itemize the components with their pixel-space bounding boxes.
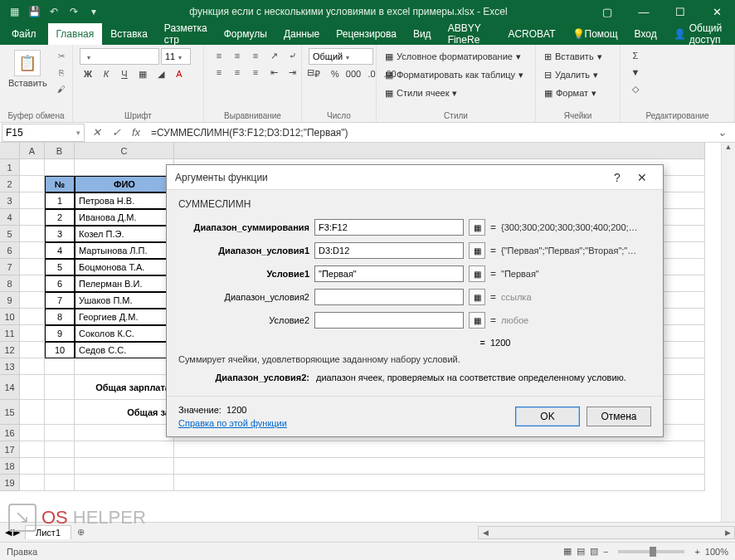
select-all-corner[interactable] bbox=[0, 143, 20, 159]
align-left-icon[interactable]: ≡ bbox=[211, 65, 227, 80]
cell-b5[interactable]: 3 bbox=[45, 226, 75, 242]
view-normal-icon[interactable]: ▦ bbox=[563, 546, 572, 557]
align-bottom-icon[interactable]: ≡ bbox=[247, 48, 264, 63]
tab-insert[interactable]: Вставка bbox=[102, 23, 156, 45]
cut-icon[interactable]: ✂ bbox=[54, 48, 69, 63]
row-header[interactable]: 14 bbox=[0, 375, 20, 400]
tab-view[interactable]: Вид bbox=[405, 23, 440, 45]
font-color-button[interactable]: A bbox=[171, 66, 187, 81]
share-button[interactable]: 👤Общий доступ bbox=[665, 23, 735, 45]
add-sheet-icon[interactable]: ⊕ bbox=[71, 527, 90, 538]
arg-input-sum-range[interactable] bbox=[314, 219, 464, 236]
cell-c7[interactable]: Боцмонова Т.А. bbox=[75, 259, 174, 275]
close-icon[interactable]: ✕ bbox=[698, 0, 735, 23]
row-header[interactable]: 12 bbox=[0, 342, 20, 358]
cell-c8[interactable]: Пелерман В.И. bbox=[75, 275, 174, 292]
redo-icon[interactable]: ↷ bbox=[65, 2, 83, 21]
zoom-slider[interactable] bbox=[618, 550, 684, 553]
scroll-left-icon[interactable]: ◀ bbox=[479, 528, 492, 537]
zoom-in-icon[interactable]: + bbox=[694, 547, 699, 557]
row-header[interactable]: 10 bbox=[0, 309, 20, 325]
save-icon[interactable]: 💾 bbox=[25, 2, 43, 21]
clear-icon[interactable]: ◇ bbox=[627, 81, 644, 96]
cell-c9[interactable]: Ушаков П.М. bbox=[75, 292, 174, 309]
formula-input[interactable] bbox=[146, 124, 712, 142]
cell-c14[interactable]: Общая зарплата bbox=[75, 375, 174, 400]
ribbon-options-icon[interactable]: ▢ bbox=[589, 0, 625, 23]
format-cells-button[interactable]: ▦ Формат ▾ bbox=[543, 85, 598, 101]
tab-home[interactable]: Главная bbox=[48, 23, 103, 45]
horizontal-scrollbar[interactable]: ◀ ▶ bbox=[478, 526, 735, 539]
cell-c3[interactable]: Петрова Н.В. bbox=[75, 192, 174, 209]
cell-b10[interactable]: 8 bbox=[45, 309, 75, 325]
cell-b6[interactable]: 4 bbox=[45, 242, 75, 259]
scroll-up-icon[interactable]: ▲ bbox=[722, 143, 735, 156]
insert-cells-button[interactable]: ⊞ Вставить ▾ bbox=[543, 48, 604, 65]
fill-icon[interactable]: ▼ bbox=[627, 65, 644, 80]
function-help-link[interactable]: Справка по этой функции bbox=[178, 418, 287, 428]
sheet-nav-prev-icon[interactable]: ◀ bbox=[5, 527, 12, 538]
cell-b4[interactable]: 2 bbox=[45, 209, 75, 226]
cell-c12[interactable]: Седов С.С. bbox=[75, 342, 174, 358]
range-select-icon[interactable]: ▦ bbox=[469, 265, 485, 282]
cell-c15[interactable]: Общая за bbox=[75, 400, 174, 425]
row-header[interactable]: 3 bbox=[0, 192, 20, 209]
number-format-combo[interactable]: Общий bbox=[309, 48, 373, 65]
range-select-icon[interactable]: ▦ bbox=[469, 219, 485, 236]
cell-c6[interactable]: Мартынова Л.П. bbox=[75, 242, 174, 259]
cancel-formula-icon[interactable]: ✕ bbox=[86, 124, 106, 142]
tab-review[interactable]: Рецензирова bbox=[328, 23, 405, 45]
name-box[interactable]: F15▾ bbox=[2, 124, 85, 142]
cell-b7[interactable]: 5 bbox=[45, 259, 75, 275]
tell-me[interactable]: 💡 Помощ bbox=[564, 23, 626, 45]
cell-c5[interactable]: Козел П.Э. bbox=[75, 226, 174, 242]
vertical-scrollbar[interactable]: ▲ bbox=[721, 143, 735, 522]
format-as-table-button[interactable]: ▦ Форматировать как таблицу ▾ bbox=[383, 66, 525, 83]
tab-formulas[interactable]: Формулы bbox=[216, 23, 275, 45]
row-header[interactable]: 18 bbox=[0, 458, 20, 475]
col-header-b[interactable]: B bbox=[45, 143, 75, 159]
range-select-icon[interactable]: ▦ bbox=[469, 289, 485, 305]
percent-icon[interactable]: % bbox=[327, 66, 343, 81]
cancel-button[interactable]: Отмена bbox=[587, 407, 651, 426]
expand-formula-icon[interactable]: ⌄ bbox=[712, 124, 732, 142]
row-header[interactable]: 6 bbox=[0, 242, 20, 259]
row-header[interactable]: 16 bbox=[0, 425, 20, 441]
align-top-icon[interactable]: ≡ bbox=[211, 48, 227, 63]
arg-input-criteria2[interactable] bbox=[314, 312, 464, 329]
col-header-rest[interactable] bbox=[174, 143, 705, 159]
zoom-level[interactable]: 100% bbox=[705, 547, 728, 557]
qat-dropdown-icon[interactable]: ▾ bbox=[85, 2, 103, 21]
font-name-combo[interactable] bbox=[80, 48, 159, 65]
arg-input-criteria-range1[interactable] bbox=[314, 242, 464, 259]
cell-c11[interactable]: Соколов К.С. bbox=[75, 325, 174, 342]
tab-layout[interactable]: Разметка стр bbox=[156, 23, 216, 45]
fill-color-button[interactable]: ◢ bbox=[153, 66, 169, 81]
range-select-icon[interactable]: ▦ bbox=[469, 242, 485, 259]
font-size-combo[interactable]: 11 bbox=[161, 48, 191, 65]
italic-button[interactable]: К bbox=[98, 66, 114, 81]
minimize-icon[interactable]: — bbox=[625, 0, 662, 23]
fx-icon[interactable]: fx bbox=[126, 124, 146, 142]
row-header[interactable]: 2 bbox=[0, 176, 20, 192]
row-header[interactable]: 4 bbox=[0, 209, 20, 226]
cell-b8[interactable]: 6 bbox=[45, 275, 75, 292]
border-button[interactable]: ▦ bbox=[134, 66, 151, 81]
undo-icon[interactable]: ↶ bbox=[45, 2, 63, 21]
tab-acrobat[interactable]: ACROBAT bbox=[499, 23, 563, 45]
autosum-icon[interactable]: Σ bbox=[627, 48, 644, 63]
sign-in[interactable]: Вход bbox=[626, 23, 665, 45]
sheet-tab[interactable]: Лист1 bbox=[25, 525, 71, 539]
tab-file[interactable]: Файл bbox=[0, 23, 48, 45]
maximize-icon[interactable]: ☐ bbox=[662, 0, 698, 23]
copy-icon[interactable]: ⎘ bbox=[54, 65, 69, 80]
tab-data[interactable]: Данные bbox=[275, 23, 328, 45]
row-header[interactable]: 13 bbox=[0, 358, 20, 375]
delete-cells-button[interactable]: ⊟ Удалить ▾ bbox=[543, 66, 600, 83]
row-header[interactable]: 7 bbox=[0, 259, 20, 275]
cell-styles-button[interactable]: ▦ Стили ячеек ▾ bbox=[383, 85, 459, 101]
orientation-icon[interactable]: ↗ bbox=[265, 48, 282, 63]
col-header-c[interactable]: C bbox=[75, 143, 174, 159]
cell-b3[interactable]: 1 bbox=[45, 192, 75, 209]
row-header[interactable]: 19 bbox=[0, 475, 20, 491]
